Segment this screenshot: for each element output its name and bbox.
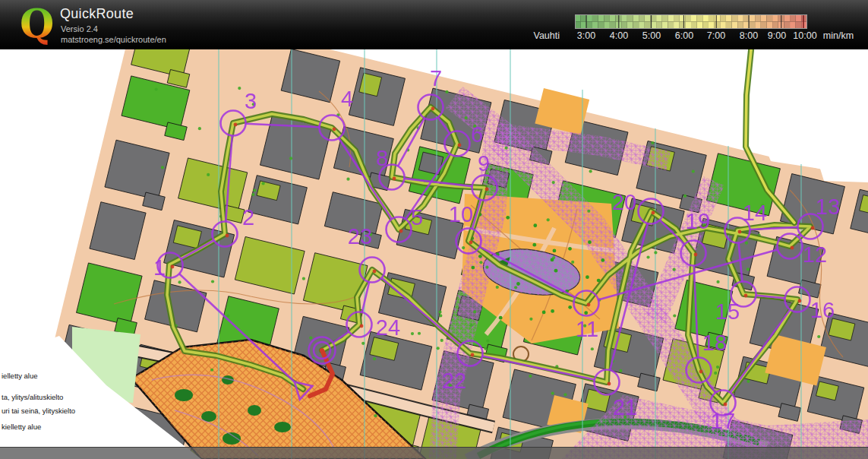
control-number: 6 <box>471 122 483 147</box>
punch-marker <box>234 123 238 127</box>
control-number: 5 <box>411 205 423 230</box>
control-number: 4 <box>341 87 353 111</box>
punch-marker <box>608 382 611 386</box>
punch-marker <box>738 230 742 234</box>
punch-marker <box>333 128 336 131</box>
pace-tick-label: 5:00 <box>642 30 661 41</box>
pace-gradient-scale <box>575 14 807 29</box>
control-number: 1 <box>153 255 166 280</box>
pace-tick-label: 3:00 <box>577 30 595 41</box>
control-number: 20 <box>612 190 636 214</box>
map-view[interactable]: 123456789101112131415161718192021222324 … <box>0 49 868 459</box>
legend-line: kielletty alue <box>2 423 41 431</box>
control-number: 10 <box>449 202 473 226</box>
control-number: 9 <box>478 151 490 176</box>
control-number: 7 <box>430 66 442 90</box>
punch-marker <box>360 324 364 328</box>
punch-marker <box>652 211 655 215</box>
control-number: 14 <box>743 201 767 225</box>
punch-marker <box>469 241 473 245</box>
header-bar: Q QuickRoute Versio 2.4 matstroeng.se/qu… <box>0 0 868 49</box>
quickroute-window: 123456789101112131415161718192021222324 … <box>0 0 868 459</box>
control-number: 15 <box>715 299 740 324</box>
punch-marker <box>699 370 703 374</box>
punch-marker <box>393 177 396 181</box>
bottom-overlay-bar <box>0 447 868 459</box>
punch-marker <box>791 246 794 250</box>
punch-marker <box>458 144 462 147</box>
control-number: 16 <box>810 298 835 322</box>
control-number: 24 <box>376 315 400 340</box>
control-number: 17 <box>711 409 735 433</box>
pace-tick-label: 6:00 <box>675 30 693 41</box>
map-canvas: 123456789101112131415161718192021222324 <box>0 49 868 459</box>
control-number: 3 <box>245 89 257 113</box>
app-version: Versio 2.4 <box>61 24 98 33</box>
punch-marker <box>373 270 377 274</box>
control-number: 18 <box>702 331 727 355</box>
punch-marker <box>694 253 698 257</box>
control-number: 12 <box>803 242 827 267</box>
punch-marker <box>226 234 229 238</box>
legend-line: ta, ylitys/alituskielto <box>2 393 63 401</box>
pace-tick-label: 10:00 <box>793 30 816 41</box>
punch-marker <box>171 265 175 269</box>
punch-marker <box>431 107 435 111</box>
pace-tick-label: 9:00 <box>768 30 786 41</box>
pace-tick-label: 7:00 <box>707 30 725 41</box>
pace-tick-label: 8:00 <box>740 30 758 41</box>
punch-marker <box>811 226 815 230</box>
app-url: matstroeng.se/quickroute/en <box>61 35 166 44</box>
punch-marker <box>587 303 591 307</box>
punch-marker <box>724 403 728 407</box>
control-number: 22 <box>442 369 466 393</box>
control-number: 23 <box>348 224 372 248</box>
control-number: 11 <box>576 317 598 341</box>
legend-line: ielletty alue <box>2 372 38 380</box>
punch-marker <box>399 230 403 233</box>
punch-marker <box>744 294 748 298</box>
app-title: QuickRoute <box>60 6 134 22</box>
control-number: 13 <box>816 195 840 219</box>
pace-scale-title: Vauhti <box>524 30 560 41</box>
control-number: 2 <box>242 205 254 230</box>
punch-marker <box>471 353 475 357</box>
legend-line: uri tai seinä, ylityskielto <box>2 407 75 415</box>
punch-marker <box>798 299 802 303</box>
punch-marker <box>485 188 489 192</box>
pace-tick-label: 4:00 <box>610 30 628 41</box>
pace-unit: min/km <box>823 30 854 41</box>
control-number: 8 <box>376 146 388 170</box>
app-logo-q: Q <box>20 2 54 46</box>
control-number: 21 <box>613 395 637 419</box>
control-number: 19 <box>686 209 710 233</box>
